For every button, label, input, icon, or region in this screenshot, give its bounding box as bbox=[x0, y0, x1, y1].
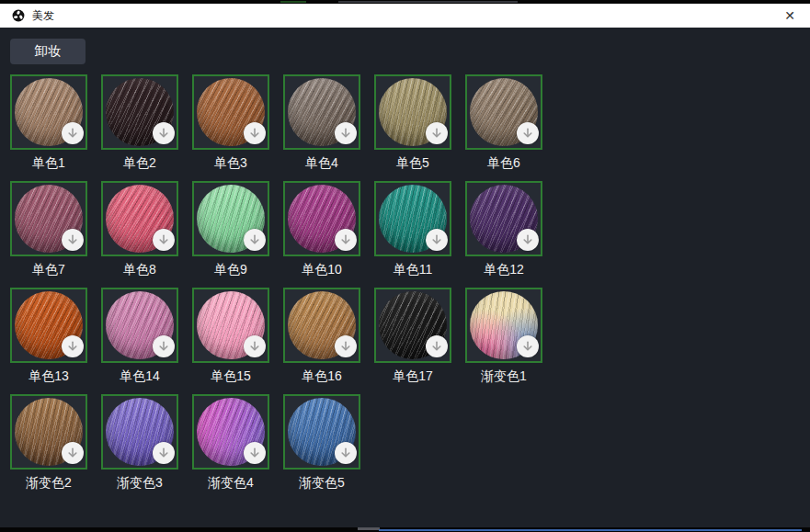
swatch-item: 渐变色3 bbox=[101, 394, 178, 491]
dialog-body: 卸妆 单色1 单色2 bbox=[0, 28, 810, 527]
swatch-item: 渐变色5 bbox=[283, 394, 360, 491]
download-icon bbox=[521, 127, 534, 140]
swatch-label: 单色9 bbox=[192, 262, 269, 277]
download-badge[interactable] bbox=[62, 442, 84, 464]
download-badge[interactable] bbox=[244, 229, 266, 251]
dialog-title: 美发 bbox=[32, 8, 54, 24]
hair-swatch[interactable] bbox=[10, 288, 87, 363]
swatch-item: 单色4 bbox=[283, 74, 360, 171]
swatch-item: 单色11 bbox=[374, 181, 451, 277]
hair-swatch[interactable] bbox=[283, 288, 360, 363]
download-badge[interactable] bbox=[153, 229, 175, 251]
download-badge[interactable] bbox=[426, 229, 448, 251]
download-badge[interactable] bbox=[426, 335, 448, 357]
hair-swatch[interactable] bbox=[101, 288, 178, 363]
download-badge[interactable] bbox=[335, 122, 357, 144]
close-icon: ✕ bbox=[784, 8, 795, 23]
download-icon bbox=[157, 447, 170, 459]
download-badge[interactable] bbox=[244, 335, 266, 357]
swatch-item: 单色14 bbox=[101, 288, 178, 384]
download-badge[interactable] bbox=[335, 442, 357, 464]
hair-swatch[interactable] bbox=[283, 74, 360, 150]
swatch-item: 单色15 bbox=[192, 288, 269, 384]
download-icon bbox=[430, 127, 443, 140]
hair-swatch[interactable] bbox=[374, 74, 451, 150]
swatch-label: 单色3 bbox=[192, 155, 269, 171]
swatch-label: 单色8 bbox=[101, 262, 178, 277]
download-icon bbox=[248, 340, 261, 353]
download-badge[interactable] bbox=[335, 229, 357, 251]
swatch-label: 单色13 bbox=[10, 368, 87, 384]
download-icon bbox=[521, 233, 534, 246]
download-badge[interactable] bbox=[153, 335, 175, 357]
hair-swatch[interactable] bbox=[283, 394, 360, 470]
download-badge[interactable] bbox=[517, 335, 539, 357]
hair-swatch[interactable] bbox=[192, 74, 269, 150]
swatch-item: 单色17 bbox=[374, 288, 451, 384]
swatch-label: 渐变色1 bbox=[465, 368, 542, 384]
hair-swatch[interactable] bbox=[101, 394, 178, 470]
download-icon bbox=[66, 340, 79, 353]
hair-swatch[interactable] bbox=[374, 181, 451, 256]
hair-swatch[interactable] bbox=[10, 74, 87, 150]
download-badge[interactable] bbox=[426, 122, 448, 144]
download-icon bbox=[248, 233, 261, 246]
download-badge[interactable] bbox=[244, 122, 266, 144]
download-badge[interactable] bbox=[62, 122, 84, 144]
download-icon bbox=[157, 127, 170, 140]
swatch-item: 单色10 bbox=[283, 181, 360, 277]
swatch-item: 渐变色4 bbox=[192, 394, 269, 491]
swatch-label: 单色11 bbox=[374, 262, 451, 277]
swatch-label: 单色14 bbox=[101, 368, 178, 384]
swatch-item: 渐变色2 bbox=[10, 394, 87, 491]
download-icon bbox=[157, 233, 170, 246]
swatch-label: 渐变色2 bbox=[10, 475, 87, 491]
download-icon bbox=[521, 340, 534, 353]
swatch-label: 单色16 bbox=[283, 368, 360, 384]
download-badge[interactable] bbox=[62, 229, 84, 251]
hair-swatch[interactable] bbox=[10, 181, 87, 256]
hair-swatch[interactable] bbox=[192, 288, 269, 363]
swatch-item: 单色16 bbox=[283, 288, 360, 384]
obs-logo-icon bbox=[12, 9, 25, 22]
download-icon bbox=[248, 447, 261, 459]
swatch-label: 单色6 bbox=[465, 155, 542, 171]
hair-swatch[interactable] bbox=[374, 288, 451, 363]
download-badge[interactable] bbox=[153, 442, 175, 464]
close-button[interactable]: ✕ bbox=[777, 4, 803, 28]
hair-swatch[interactable] bbox=[10, 394, 87, 470]
hair-swatch[interactable] bbox=[192, 181, 269, 256]
download-icon bbox=[248, 127, 261, 140]
dialog-titlebar: 美发 ✕ bbox=[0, 4, 810, 28]
swatch-label: 单色2 bbox=[101, 155, 178, 171]
download-badge[interactable] bbox=[335, 335, 357, 357]
swatch-label: 单色17 bbox=[374, 368, 451, 384]
download-badge[interactable] bbox=[153, 122, 175, 144]
download-icon bbox=[157, 340, 170, 353]
swatch-item: 单色3 bbox=[192, 74, 269, 171]
swatch-label: 渐变色5 bbox=[283, 475, 360, 491]
remove-makeup-button[interactable]: 卸妆 bbox=[10, 39, 86, 64]
download-badge[interactable] bbox=[244, 442, 266, 464]
hair-swatch[interactable] bbox=[465, 288, 542, 363]
swatch-item: 单色8 bbox=[101, 181, 178, 277]
swatch-label: 单色10 bbox=[283, 262, 360, 277]
swatch-label: 单色5 bbox=[374, 155, 451, 171]
swatch-label: 单色12 bbox=[465, 262, 542, 277]
hair-swatch[interactable] bbox=[192, 394, 269, 470]
download-icon bbox=[339, 127, 352, 140]
background-artifact bbox=[280, 1, 306, 3]
download-badge[interactable] bbox=[62, 335, 84, 357]
hair-swatch[interactable] bbox=[465, 74, 542, 150]
hair-swatch[interactable] bbox=[101, 181, 178, 256]
background-artifact bbox=[358, 527, 380, 530]
download-icon bbox=[339, 340, 352, 353]
hair-swatch[interactable] bbox=[465, 181, 542, 256]
swatch-label: 渐变色4 bbox=[192, 475, 269, 491]
hair-swatch[interactable] bbox=[283, 181, 360, 256]
download-badge[interactable] bbox=[517, 229, 539, 251]
download-badge[interactable] bbox=[517, 122, 539, 144]
swatch-grid: 单色1 单色2 单色3 bbox=[10, 74, 542, 491]
hair-swatch[interactable] bbox=[101, 74, 178, 150]
app-window: 美发 ✕ 卸妆 单色1 单色2 bbox=[0, 0, 810, 532]
